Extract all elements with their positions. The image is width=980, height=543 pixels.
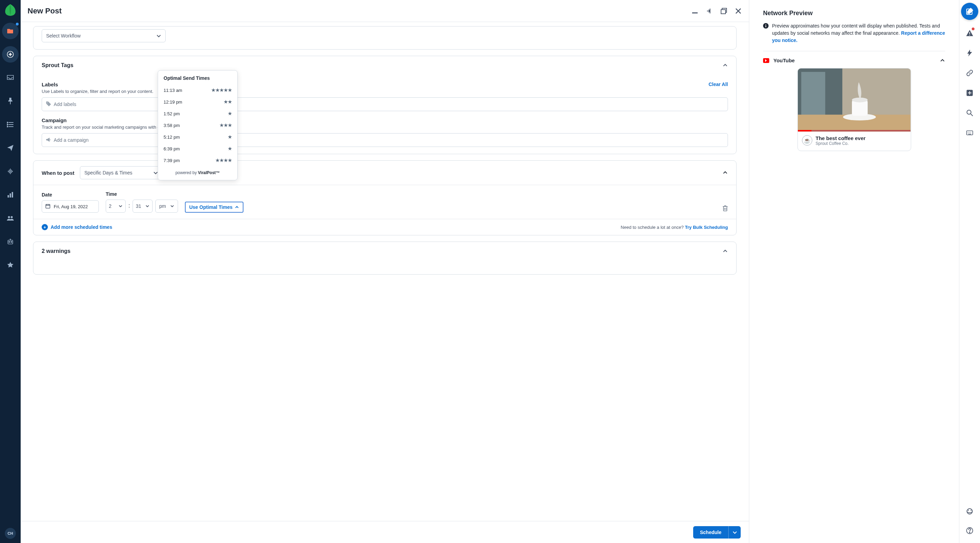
- nav-reports-icon[interactable]: [2, 186, 19, 203]
- page-title: New Post: [27, 6, 62, 16]
- compose-fab[interactable]: [961, 3, 978, 20]
- alerts-icon[interactable]: [963, 26, 977, 40]
- channel-name: Sprout Coffee Co.: [816, 141, 865, 146]
- workflow-select[interactable]: Select Workflow: [42, 29, 165, 42]
- close-icon[interactable]: [735, 7, 742, 15]
- add-more-times-link[interactable]: + Add more scheduled times: [42, 224, 112, 230]
- optimal-time-item[interactable]: 6:39 pm★: [158, 143, 237, 154]
- network-accordion-header[interactable]: YouTube: [763, 51, 945, 68]
- svg-rect-17: [765, 25, 766, 27]
- warnings-accordion-header[interactable]: 2 warnings: [33, 242, 736, 260]
- star-rating: ★: [228, 146, 232, 152]
- tags-accordion-header[interactable]: Sprout Tags: [33, 56, 736, 75]
- bolt-icon[interactable]: [963, 46, 977, 60]
- when-to-post-label: When to post: [42, 170, 75, 176]
- nav-people-icon[interactable]: [2, 210, 19, 226]
- svg-rect-4: [8, 195, 9, 197]
- nav-bot-icon[interactable]: [2, 233, 19, 250]
- link-icon[interactable]: [963, 66, 977, 80]
- compose-panel: New Post Select Workflow: [21, 0, 749, 543]
- nav-star-icon[interactable]: [2, 257, 19, 273]
- optimal-time-item[interactable]: 7:39 pm★★★★: [158, 154, 237, 166]
- keyboard-icon[interactable]: [963, 126, 977, 140]
- windows-icon[interactable]: [720, 7, 728, 15]
- video-title: The best coffee ever: [816, 135, 865, 141]
- nav-pin-icon[interactable]: [2, 93, 19, 110]
- youtube-icon: [763, 58, 769, 63]
- date-label: Date: [42, 192, 99, 197]
- nav-folder-icon[interactable]: [2, 23, 19, 39]
- utility-rail: [959, 0, 980, 543]
- main-nav: CH: [0, 0, 21, 543]
- channel-avatar: ☕: [802, 135, 812, 146]
- calendar-icon: [45, 204, 50, 210]
- schedule-button[interactable]: Schedule: [693, 526, 728, 538]
- info-icon: [763, 23, 768, 44]
- dock-right-icon[interactable]: [706, 7, 713, 15]
- optimal-time-item[interactable]: 5:12 pm★: [158, 131, 237, 143]
- svg-point-1: [7, 122, 8, 123]
- svg-rect-34: [968, 92, 971, 93]
- nav-audio-icon[interactable]: [2, 163, 19, 179]
- svg-rect-6: [12, 192, 13, 197]
- optimal-time-item[interactable]: 11:13 am★★★★★: [158, 84, 237, 96]
- campaign-title: Campaign: [42, 117, 728, 123]
- svg-rect-14: [721, 10, 725, 14]
- star-rating: ★★★★★: [211, 87, 232, 93]
- delete-schedule-icon[interactable]: [722, 205, 728, 213]
- schedule-split-button[interactable]: [728, 526, 741, 538]
- schedule-collapse-icon[interactable]: [722, 170, 728, 176]
- minimize-icon[interactable]: [691, 7, 699, 15]
- compose-header: New Post: [21, 0, 749, 22]
- support-icon[interactable]: [963, 505, 977, 518]
- optimal-time-item[interactable]: 1:52 pm★: [158, 108, 237, 119]
- nav-compass-icon[interactable]: [2, 46, 19, 63]
- svg-rect-5: [10, 194, 11, 197]
- nav-list-icon[interactable]: [2, 116, 19, 133]
- svg-point-37: [967, 509, 972, 514]
- app-logo-icon: [5, 4, 16, 16]
- popover-title: Optimal Send Times: [158, 71, 237, 84]
- when-to-post-select[interactable]: Specific Days & Times: [80, 166, 162, 179]
- add-panel-icon[interactable]: [963, 86, 977, 100]
- date-picker[interactable]: Fri, Aug 19, 2022: [42, 200, 99, 213]
- help-icon[interactable]: [963, 524, 977, 538]
- svg-rect-31: [969, 35, 970, 35]
- optimal-time-item[interactable]: 12:19 pm★★: [158, 96, 237, 108]
- user-avatar[interactable]: CH: [5, 528, 16, 539]
- hour-select[interactable]: 2: [106, 200, 126, 213]
- nav-inbox-icon[interactable]: [2, 70, 19, 86]
- use-optimal-times-button[interactable]: Use Optimal Times: [185, 202, 243, 213]
- megaphone-icon: [46, 137, 51, 143]
- popover-footer: powered by ViralPost™: [158, 166, 237, 180]
- optimal-time-item[interactable]: 3:58 pm★★★: [158, 119, 237, 131]
- svg-point-10: [9, 241, 10, 243]
- svg-point-11: [11, 241, 12, 243]
- svg-rect-15: [46, 205, 50, 208]
- svg-point-2: [7, 124, 8, 125]
- workflow-placeholder: Select Workflow: [46, 33, 81, 38]
- warnings-card: 2 warnings: [33, 241, 737, 275]
- svg-rect-18: [765, 24, 766, 25]
- clear-all-link[interactable]: Clear All: [709, 81, 728, 87]
- search-icon[interactable]: [963, 106, 977, 120]
- svg-point-39: [969, 532, 970, 533]
- svg-point-35: [967, 110, 971, 114]
- labels-title: Labels: [42, 81, 153, 87]
- nav-send-icon[interactable]: [2, 140, 19, 156]
- bulk-note: Need to schedule a lot at once? Try Bulk…: [621, 225, 728, 230]
- campaign-help: Track and report on your social marketin…: [42, 125, 728, 130]
- minute-select[interactable]: 31: [132, 200, 153, 213]
- plus-circle-icon: +: [42, 224, 48, 230]
- ampm-select[interactable]: pm: [155, 200, 178, 213]
- star-rating: ★★★: [220, 122, 232, 129]
- svg-rect-27: [798, 130, 811, 132]
- optimal-times-popover: Optimal Send Times 11:13 am★★★★★12:19 pm…: [158, 70, 238, 180]
- campaign-input[interactable]: Add a campaign: [42, 133, 728, 147]
- star-rating: ★: [228, 110, 232, 117]
- labels-input[interactable]: Add labels: [42, 97, 728, 111]
- bulk-scheduling-link[interactable]: Try Bulk Scheduling: [685, 225, 728, 230]
- svg-rect-30: [969, 32, 970, 34]
- svg-point-7: [8, 216, 10, 218]
- compose-footer: Schedule: [21, 521, 749, 543]
